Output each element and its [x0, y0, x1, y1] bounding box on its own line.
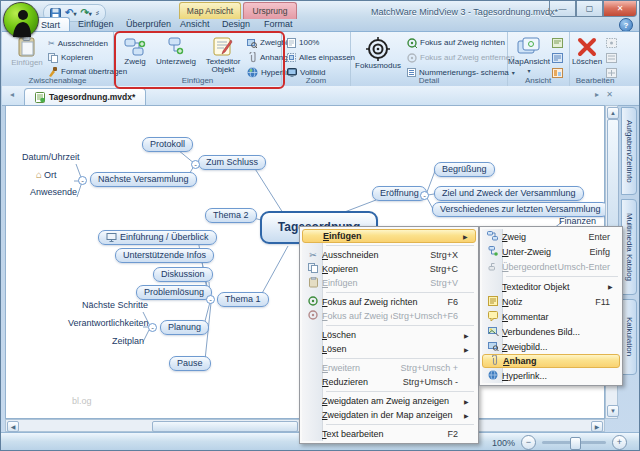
zoom-in-icon[interactable]: + [612, 435, 627, 450]
submenu-item-zweig[interactable]: ZweigEnter [482, 229, 620, 244]
map-node-ziel-und-zweck[interactable]: Ziel und Zweck der Versammlung [434, 186, 584, 201]
map-node-begruessung[interactable]: Begrüßung [434, 162, 495, 177]
help-icon[interactable]: ? [619, 18, 633, 32]
submenu-item-anhang[interactable]: Anhang [482, 354, 620, 368]
focus-branch-button[interactable]: Fokus auf Zweig richten [407, 36, 505, 49]
menu-item-fokus-entfernen[interactable]: Fokus auf Zweig entfernenStrg+Umsch+F6 [302, 309, 476, 323]
delete-x-icon [577, 37, 597, 57]
menu-item-kopieren[interactable]: KopierenStrg+C [302, 262, 476, 276]
map-label-anwesende[interactable]: Anwesende [30, 187, 77, 197]
delete-button[interactable]: Löschen [570, 34, 604, 66]
menu-item-einfuegen-paste[interactable]: EinfügenStrg+V [302, 276, 476, 290]
sub-branch-button[interactable]: Unterzweig [154, 34, 198, 66]
scroll-up-icon[interactable]: ▲ [607, 107, 619, 119]
tab-ansicht[interactable]: Ansicht [171, 17, 219, 31]
panel-tab-kalkulation[interactable]: Kalkulation [621, 299, 637, 375]
panel-tab-multimedia-katalog[interactable]: Multimedia Katalog [621, 199, 637, 295]
map-node-zum-schluss[interactable]: Zum Schluss [198, 155, 266, 170]
tab-format[interactable]: Format [255, 17, 302, 31]
map-label-finanzen[interactable]: Finanzen [559, 216, 596, 226]
collapse-handle[interactable]: - [148, 323, 157, 332]
zoom-slider-thumb[interactable] [570, 437, 581, 450]
zoom-slider[interactable] [542, 441, 606, 444]
scroll-right-icon[interactable]: ▶ [591, 421, 603, 432]
menu-item-reduzieren[interactable]: ReduzierenStrg+Umsch - [302, 375, 476, 389]
focus-mode-button[interactable]: Fokusmodus [354, 34, 402, 70]
menu-item-text-bearbeiten[interactable]: Text bearbeitenF2 [302, 427, 476, 441]
submenu-item-verbundenes-bild[interactable]: Verbundenes Bild... [482, 324, 620, 339]
map-node-verschiedenes[interactable]: Verschiedenes zur letzten Versammlung [432, 202, 609, 217]
branch-button[interactable]: Zweig [119, 34, 151, 66]
minimize-button[interactable]: — [549, 1, 576, 17]
submenu-item-texteditor-objekt[interactable]: Texteditor Objekt▶ [482, 279, 620, 294]
close-button[interactable]: ✕ [603, 1, 637, 17]
map-node-protokoll[interactable]: Protokoll [142, 137, 193, 152]
submenu-arrow-icon: ▶ [464, 412, 472, 419]
menu-item-zweigdaten-in-map[interactable]: Zweigdaten in der Map anzeigen▶ [302, 408, 476, 422]
menu-item-erweitern[interactable]: ErweiternStrg+Umsch + [302, 361, 476, 375]
view-option-1-icon[interactable] [552, 36, 563, 49]
map-label-naechste-schritte[interactable]: Nächste Schritte [82, 300, 148, 310]
menu-item-zweigdaten-am-zweig[interactable]: Zweigdaten am Zweig anzeigen▶ [302, 394, 476, 408]
map-node-planung[interactable]: Planung [160, 320, 209, 335]
cut-button[interactable]: ✂ Ausschneiden [48, 37, 108, 50]
collapse-handle[interactable]: - [206, 295, 215, 304]
submenu-item-unter-zweig[interactable]: Unter-ZweigEinfg [482, 244, 620, 259]
menu-item-ausschneiden[interactable]: ✂ AusschneidenStrg+X [302, 248, 476, 262]
collapse-handle[interactable]: - [191, 160, 200, 169]
app-logo-orb[interactable] [3, 2, 39, 38]
map-node-unterstuetzende-infos[interactable]: Unterstützende Infos [115, 248, 214, 263]
window-title: MatchWare MindView 3 - Tagesordnung.mvdx… [371, 7, 558, 17]
unfocus-branch-button[interactable]: Fokus auf Zweig entfernen [407, 51, 515, 64]
map-node-thema-2[interactable]: Thema 2 [205, 208, 257, 223]
menu-item-einfuegen[interactable]: Einfügen▶ [302, 229, 476, 243]
map-label-ort[interactable]: ⌂ Ort [36, 169, 57, 180]
edit-option-1-icon[interactable] [606, 36, 617, 49]
globe-icon [484, 370, 502, 382]
menu-item-fokus-richten[interactable]: Fokus auf Zweig richtenF6 [302, 295, 476, 309]
doc-tab-next-icon[interactable]: ▸ [595, 90, 599, 99]
texteditor-object-button[interactable]: Texteditor Objekt [202, 34, 244, 74]
edit-option-2-icon[interactable] [606, 51, 617, 64]
collapse-handle[interactable]: - [420, 191, 429, 200]
map-label-verantwortlichkeiten[interactable]: Verantwortlichkeiten [68, 318, 149, 328]
hscroll-thumb[interactable] [152, 421, 298, 432]
map-label-zeitplan[interactable]: Zeitplan [112, 336, 144, 346]
paste-button[interactable]: Einfügen [8, 33, 46, 67]
doc-close-icon[interactable]: ✕ [606, 90, 613, 99]
maximize-button[interactable]: ▢ [576, 1, 603, 17]
submenu-item-notiz[interactable]: NotizF11 [482, 294, 620, 309]
fit-all-button[interactable]: Alles einpassen [287, 51, 355, 64]
panel-tab-aufgaben-zeitinfo[interactable]: Aufgaben/Zeitinfo [621, 107, 637, 195]
map-node-pause[interactable]: Pause [169, 356, 211, 371]
map-node-thema-1[interactable]: Thema 1 [217, 292, 269, 307]
scroll-left-icon[interactable]: ◀ [7, 421, 19, 432]
tab-design[interactable]: Design [213, 17, 259, 31]
focus-branch-icon [407, 38, 417, 48]
submenu-item-kommentar[interactable]: Kommentar [482, 309, 620, 324]
scroll-down-icon[interactable]: ▼ [607, 405, 619, 417]
tab-einfuegen[interactable]: Einfügen [69, 17, 123, 31]
view-option-2-icon[interactable] [552, 51, 563, 64]
submenu-item-zweigbild[interactable]: Zweigbild... [482, 339, 620, 354]
map-node-diskussion[interactable]: Diskussion [153, 267, 213, 282]
vscroll-thumb[interactable] [607, 119, 619, 231]
submenu-item-uebergeordneter-zweig[interactable]: Übergeordneter ZweigUmsch-Enter [482, 259, 620, 274]
map-node-einfuehrung[interactable]: Einführung / Überblick [98, 230, 217, 245]
map-node-eroeffnung[interactable]: Eröffnung [372, 186, 427, 201]
zoom-out-icon[interactable]: − [521, 435, 536, 450]
menu-item-loesen[interactable]: Lösen▶ [302, 342, 476, 356]
group-label: Bearbeiten [569, 76, 621, 85]
collapse-handle[interactable]: - [78, 176, 87, 185]
map-node-naechste-versammlung[interactable]: Nächste Versammlung [90, 172, 197, 187]
doc-tab-prev-icon[interactable]: ◂ [10, 90, 14, 99]
document-tab[interactable]: Tagesordnung.mvdx* [24, 88, 146, 105]
map-label-datum[interactable]: Datum/Uhrzeit [22, 152, 80, 162]
copy-button[interactable]: Kopieren [48, 51, 93, 64]
map-node-problemloesung[interactable]: Problemlösung [136, 285, 212, 300]
menu-item-loeschen[interactable]: Löschen▶ [302, 328, 476, 342]
zoom-100-button[interactable]: 100% [287, 36, 319, 49]
map-view-button[interactable]: MapAnsicht ▾ [509, 34, 549, 75]
group-einfuegen: Zweig Unterzweig Texteditor Objekt [114, 32, 282, 86]
submenu-item-hyperlink[interactable]: Hyperlink... [482, 368, 620, 383]
